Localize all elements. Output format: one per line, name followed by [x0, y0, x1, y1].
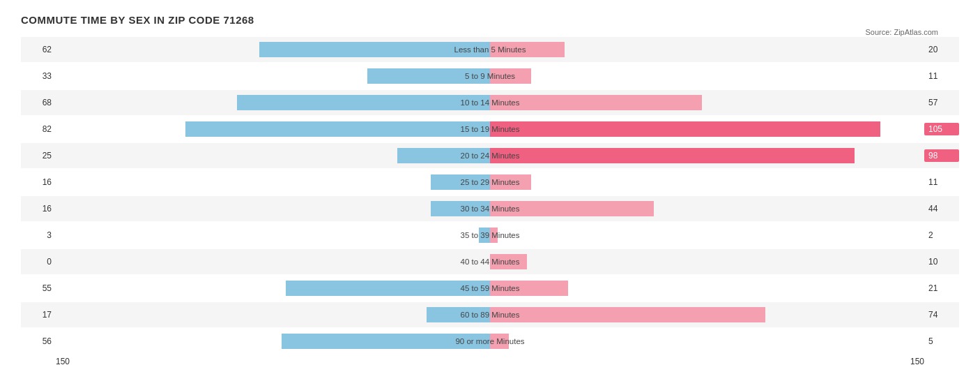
- female-value: 11: [924, 177, 959, 187]
- male-value: 62: [21, 45, 56, 54]
- female-bar-wrap: [490, 307, 880, 322]
- bars-container: 10 to 14 Minutes: [56, 90, 924, 115]
- female-bar: [490, 174, 531, 190]
- male-bar-wrap: [100, 148, 490, 163]
- male-bar-wrap: [100, 228, 490, 243]
- bars-container: 60 to 89 Minutes: [56, 302, 924, 327]
- female-value: 5: [924, 336, 959, 346]
- table-row: 16 25 to 29 Minutes 11: [21, 170, 959, 195]
- female-bar-wrap: [490, 121, 880, 137]
- male-value: 82: [21, 124, 56, 134]
- male-bar-wrap: [100, 334, 490, 349]
- source-label: Source: ZipAtlas.com: [865, 28, 938, 36]
- female-bar: [490, 121, 880, 137]
- female-bar: [490, 281, 568, 296]
- male-bar-wrap: [100, 121, 490, 137]
- female-value: 74: [924, 310, 959, 320]
- male-value: 16: [21, 204, 56, 214]
- axis-labels: 150 150: [21, 357, 959, 365]
- male-bar: [427, 307, 490, 322]
- table-row: 16 30 to 34 Minutes 44: [21, 196, 959, 221]
- male-value: 33: [21, 71, 56, 81]
- male-bar: [479, 228, 490, 243]
- table-row: 33 5 to 9 Minutes 11: [21, 64, 959, 89]
- chart-title: COMMUTE TIME BY SEX IN ZIP CODE 71268: [21, 14, 959, 26]
- male-bar-wrap: [100, 95, 490, 110]
- male-bar: [282, 334, 490, 349]
- chart-area: 62 Less than 5 Minutes 20 33 5 to 9 Minu…: [21, 37, 959, 354]
- bars-container: 15 to 19 Minutes: [56, 117, 924, 142]
- female-bar: [490, 95, 702, 110]
- female-bar: [490, 254, 527, 269]
- female-bar: [490, 148, 855, 163]
- male-bar-wrap: [100, 307, 490, 322]
- female-bar-wrap: [490, 42, 880, 57]
- bars-container: 45 to 59 Minutes: [56, 276, 924, 301]
- female-bar-wrap: [490, 254, 880, 269]
- male-bar-wrap: [100, 42, 490, 57]
- male-bar-wrap: [100, 201, 490, 216]
- male-value: 16: [21, 177, 56, 187]
- female-bar: [490, 334, 509, 349]
- female-value: 20: [924, 45, 959, 54]
- bars-container: 35 to 39 Minutes: [56, 223, 924, 248]
- table-row: 0 40 to 44 Minutes 10: [21, 249, 959, 274]
- female-bar: [490, 68, 531, 84]
- female-bar-wrap: [490, 201, 880, 216]
- male-bar-wrap: [100, 174, 490, 190]
- female-value: 10: [924, 257, 959, 267]
- female-bar-wrap: [490, 148, 880, 163]
- table-row: 25 20 to 24 Minutes 98: [21, 143, 959, 168]
- male-value: 55: [21, 283, 56, 293]
- female-bar-wrap: [490, 228, 880, 243]
- table-row: 17 60 to 89 Minutes 74: [21, 302, 959, 327]
- male-value: 56: [21, 336, 56, 346]
- female-bar: [490, 201, 654, 216]
- female-value: 44: [924, 204, 959, 214]
- bars-container: 90 or more Minutes: [56, 329, 924, 354]
- table-row: 55 45 to 59 Minutes 21: [21, 276, 959, 301]
- table-row: 56 90 or more Minutes 5: [21, 329, 959, 354]
- male-bar: [367, 68, 490, 84]
- female-bar-wrap: [490, 174, 880, 190]
- bars-container: 5 to 9 Minutes: [56, 64, 924, 89]
- male-bar: [431, 201, 490, 216]
- table-row: 68 10 to 14 Minutes 57: [21, 90, 959, 115]
- female-bar: [490, 42, 565, 57]
- bars-container: 20 to 24 Minutes: [56, 143, 924, 168]
- female-bar: [490, 307, 765, 322]
- male-bar-wrap: [100, 68, 490, 84]
- male-bar: [286, 281, 490, 296]
- male-value: 25: [21, 151, 56, 161]
- table-row: 82 15 to 19 Minutes 105: [21, 117, 959, 142]
- male-bar: [431, 174, 490, 190]
- male-value: 68: [21, 98, 56, 107]
- female-value: 105: [924, 123, 959, 135]
- bars-container: 25 to 29 Minutes: [56, 170, 924, 195]
- female-value: 11: [924, 71, 959, 81]
- female-bar-wrap: [490, 95, 880, 110]
- female-bar-wrap: [490, 68, 880, 84]
- female-bar-wrap: [490, 281, 880, 296]
- male-bar: [259, 42, 490, 57]
- male-bar: [397, 148, 490, 163]
- bars-container: Less than 5 Minutes: [56, 37, 924, 62]
- axis-right: 150: [910, 357, 924, 365]
- female-value: 57: [924, 98, 959, 107]
- male-bar: [237, 95, 490, 110]
- male-bar: [185, 121, 490, 137]
- table-row: 62 Less than 5 Minutes 20: [21, 37, 959, 62]
- male-value: 3: [21, 230, 56, 240]
- female-value: 98: [924, 149, 959, 162]
- female-bar: [490, 228, 498, 243]
- male-value: 0: [21, 257, 56, 267]
- axis-left: 150: [56, 357, 70, 365]
- bars-container: 30 to 34 Minutes: [56, 196, 924, 221]
- female-bar-wrap: [490, 334, 880, 349]
- female-value: 2: [924, 230, 959, 240]
- female-value: 21: [924, 283, 959, 293]
- table-row: 3 35 to 39 Minutes 2: [21, 223, 959, 248]
- male-value: 17: [21, 310, 56, 320]
- male-bar-wrap: [100, 281, 490, 296]
- male-bar-wrap: [100, 254, 490, 269]
